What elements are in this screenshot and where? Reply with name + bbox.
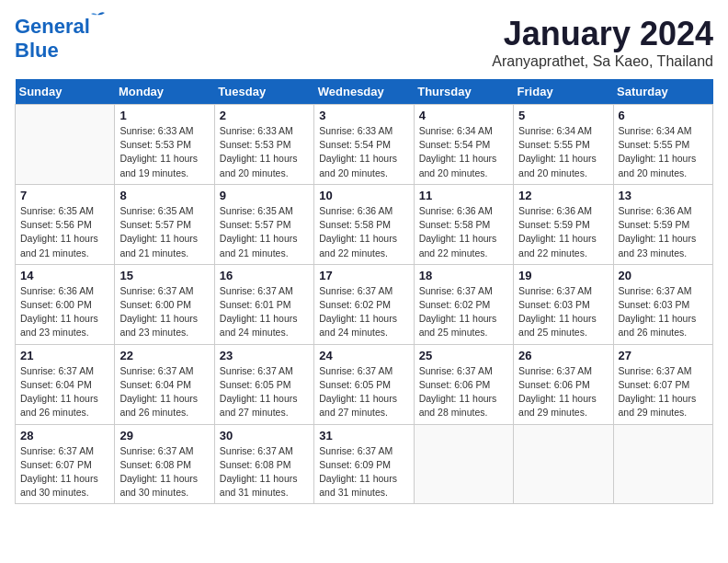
day-number: 4 bbox=[419, 109, 508, 122]
calendar-cell: 23Sunrise: 6:37 AM Sunset: 6:05 PM Dayli… bbox=[214, 344, 313, 424]
day-number: 18 bbox=[419, 269, 508, 282]
day-info: Sunrise: 6:37 AM Sunset: 6:02 PM Dayligh… bbox=[419, 284, 508, 340]
day-number: 23 bbox=[220, 349, 309, 362]
day-info: Sunrise: 6:36 AM Sunset: 5:58 PM Dayligh… bbox=[419, 204, 508, 260]
calendar-cell: 13Sunrise: 6:36 AM Sunset: 5:59 PM Dayli… bbox=[613, 184, 712, 264]
day-number: 26 bbox=[518, 349, 608, 362]
calendar-cell: 26Sunrise: 6:37 AM Sunset: 6:06 PM Dayli… bbox=[514, 344, 613, 424]
day-info: Sunrise: 6:36 AM Sunset: 6:00 PM Dayligh… bbox=[20, 284, 109, 340]
day-number: 13 bbox=[619, 189, 708, 202]
day-number: 21 bbox=[20, 349, 109, 362]
title-area: January 2024 Aranyaprathet, Sa Kaeo, Tha… bbox=[492, 15, 713, 70]
calendar-cell: 30Sunrise: 6:37 AM Sunset: 6:08 PM Dayli… bbox=[214, 424, 313, 504]
day-info: Sunrise: 6:37 AM Sunset: 6:02 PM Dayligh… bbox=[319, 284, 408, 340]
calendar-cell bbox=[16, 105, 115, 185]
calendar-cell bbox=[414, 424, 513, 504]
day-info: Sunrise: 6:37 AM Sunset: 6:00 PM Dayligh… bbox=[119, 284, 209, 340]
calendar-cell: 22Sunrise: 6:37 AM Sunset: 6:04 PM Dayli… bbox=[115, 344, 214, 424]
header-saturday: Saturday bbox=[613, 79, 712, 105]
calendar-cell: 28Sunrise: 6:37 AM Sunset: 6:07 PM Dayli… bbox=[16, 424, 115, 504]
day-number: 5 bbox=[518, 109, 608, 122]
calendar-cell: 21Sunrise: 6:37 AM Sunset: 6:04 PM Dayli… bbox=[16, 344, 115, 424]
day-number: 25 bbox=[419, 349, 508, 362]
calendar-cell: 16Sunrise: 6:37 AM Sunset: 6:01 PM Dayli… bbox=[214, 264, 313, 344]
day-info: Sunrise: 6:37 AM Sunset: 6:05 PM Dayligh… bbox=[220, 364, 309, 420]
calendar-cell: 7Sunrise: 6:35 AM Sunset: 5:56 PM Daylig… bbox=[16, 184, 115, 264]
day-number: 19 bbox=[518, 269, 608, 282]
day-number: 7 bbox=[20, 189, 109, 202]
calendar-week-1: 1Sunrise: 6:33 AM Sunset: 5:53 PM Daylig… bbox=[16, 105, 713, 185]
day-info: Sunrise: 6:34 AM Sunset: 5:55 PM Dayligh… bbox=[518, 124, 608, 180]
day-number: 15 bbox=[119, 269, 209, 282]
calendar-cell: 1Sunrise: 6:33 AM Sunset: 5:53 PM Daylig… bbox=[115, 105, 214, 185]
day-number: 22 bbox=[119, 349, 209, 362]
day-number: 31 bbox=[319, 429, 408, 442]
day-info: Sunrise: 6:36 AM Sunset: 5:59 PM Dayligh… bbox=[619, 204, 708, 260]
calendar-week-4: 21Sunrise: 6:37 AM Sunset: 6:04 PM Dayli… bbox=[16, 344, 713, 424]
day-number: 2 bbox=[220, 109, 309, 122]
calendar-cell: 10Sunrise: 6:36 AM Sunset: 5:58 PM Dayli… bbox=[314, 184, 414, 264]
calendar-cell: 14Sunrise: 6:36 AM Sunset: 6:00 PM Dayli… bbox=[16, 264, 115, 344]
day-number: 16 bbox=[220, 269, 309, 282]
day-info: Sunrise: 6:37 AM Sunset: 6:03 PM Dayligh… bbox=[619, 284, 708, 340]
calendar-cell: 5Sunrise: 6:34 AM Sunset: 5:55 PM Daylig… bbox=[514, 105, 613, 185]
day-info: Sunrise: 6:37 AM Sunset: 6:01 PM Dayligh… bbox=[220, 284, 309, 340]
day-number: 1 bbox=[119, 109, 209, 122]
day-info: Sunrise: 6:37 AM Sunset: 6:06 PM Dayligh… bbox=[419, 364, 508, 420]
calendar-cell bbox=[613, 424, 712, 504]
day-info: Sunrise: 6:37 AM Sunset: 6:06 PM Dayligh… bbox=[518, 364, 608, 420]
day-info: Sunrise: 6:33 AM Sunset: 5:53 PM Dayligh… bbox=[119, 124, 209, 180]
day-info: Sunrise: 6:33 AM Sunset: 5:53 PM Dayligh… bbox=[220, 124, 309, 180]
day-info: Sunrise: 6:37 AM Sunset: 6:03 PM Dayligh… bbox=[518, 284, 608, 340]
day-number: 14 bbox=[20, 269, 109, 282]
header-sunday: Sunday bbox=[16, 79, 115, 105]
calendar-cell: 12Sunrise: 6:36 AM Sunset: 5:59 PM Dayli… bbox=[514, 184, 613, 264]
header-tuesday: Tuesday bbox=[214, 79, 313, 105]
day-number: 20 bbox=[619, 269, 708, 282]
day-info: Sunrise: 6:37 AM Sunset: 6:08 PM Dayligh… bbox=[119, 444, 209, 500]
calendar-header-row: Sunday Monday Tuesday Wednesday Thursday… bbox=[16, 79, 713, 105]
day-number: 24 bbox=[319, 349, 408, 362]
calendar-week-2: 7Sunrise: 6:35 AM Sunset: 5:56 PM Daylig… bbox=[16, 184, 713, 264]
day-info: Sunrise: 6:34 AM Sunset: 5:55 PM Dayligh… bbox=[619, 124, 708, 180]
day-info: Sunrise: 6:37 AM Sunset: 6:04 PM Dayligh… bbox=[20, 364, 109, 420]
calendar-table: Sunday Monday Tuesday Wednesday Thursday… bbox=[15, 79, 713, 504]
day-info: Sunrise: 6:37 AM Sunset: 6:08 PM Dayligh… bbox=[220, 444, 309, 500]
header-monday: Monday bbox=[115, 79, 214, 105]
day-info: Sunrise: 6:37 AM Sunset: 6:07 PM Dayligh… bbox=[20, 444, 109, 500]
day-info: Sunrise: 6:35 AM Sunset: 5:57 PM Dayligh… bbox=[220, 204, 309, 260]
day-info: Sunrise: 6:33 AM Sunset: 5:54 PM Dayligh… bbox=[319, 124, 408, 180]
calendar-cell: 20Sunrise: 6:37 AM Sunset: 6:03 PM Dayli… bbox=[613, 264, 712, 344]
header-wednesday: Wednesday bbox=[314, 79, 414, 105]
calendar-cell: 3Sunrise: 6:33 AM Sunset: 5:54 PM Daylig… bbox=[314, 105, 414, 185]
header-thursday: Thursday bbox=[414, 79, 513, 105]
calendar-cell: 2Sunrise: 6:33 AM Sunset: 5:53 PM Daylig… bbox=[214, 105, 313, 185]
day-info: Sunrise: 6:36 AM Sunset: 5:59 PM Dayligh… bbox=[518, 204, 608, 260]
calendar-cell: 18Sunrise: 6:37 AM Sunset: 6:02 PM Dayli… bbox=[414, 264, 513, 344]
calendar-title: January 2024 bbox=[492, 15, 713, 53]
day-number: 9 bbox=[220, 189, 309, 202]
day-info: Sunrise: 6:37 AM Sunset: 6:04 PM Dayligh… bbox=[119, 364, 209, 420]
header: General Blue January 2024 Aranyaprathet,… bbox=[15, 15, 713, 70]
day-info: Sunrise: 6:35 AM Sunset: 5:56 PM Dayligh… bbox=[20, 204, 109, 260]
calendar-cell: 11Sunrise: 6:36 AM Sunset: 5:58 PM Dayli… bbox=[414, 184, 513, 264]
day-info: Sunrise: 6:35 AM Sunset: 5:57 PM Dayligh… bbox=[119, 204, 209, 260]
calendar-cell: 24Sunrise: 6:37 AM Sunset: 6:05 PM Dayli… bbox=[314, 344, 414, 424]
day-number: 17 bbox=[319, 269, 408, 282]
calendar-cell: 9Sunrise: 6:35 AM Sunset: 5:57 PM Daylig… bbox=[214, 184, 313, 264]
calendar-week-5: 28Sunrise: 6:37 AM Sunset: 6:07 PM Dayli… bbox=[16, 424, 713, 504]
calendar-cell: 27Sunrise: 6:37 AM Sunset: 6:07 PM Dayli… bbox=[613, 344, 712, 424]
calendar-subtitle: Aranyaprathet, Sa Kaeo, Thailand bbox=[492, 53, 713, 70]
day-number: 12 bbox=[518, 189, 608, 202]
day-info: Sunrise: 6:37 AM Sunset: 6:05 PM Dayligh… bbox=[319, 364, 408, 420]
day-number: 27 bbox=[619, 349, 708, 362]
day-number: 28 bbox=[20, 429, 109, 442]
day-info: Sunrise: 6:34 AM Sunset: 5:54 PM Dayligh… bbox=[419, 124, 508, 180]
day-number: 3 bbox=[319, 109, 408, 122]
day-info: Sunrise: 6:37 AM Sunset: 6:07 PM Dayligh… bbox=[619, 364, 708, 420]
calendar-cell: 31Sunrise: 6:37 AM Sunset: 6:09 PM Dayli… bbox=[314, 424, 414, 504]
calendar-cell: 6Sunrise: 6:34 AM Sunset: 5:55 PM Daylig… bbox=[613, 105, 712, 185]
calendar-cell: 17Sunrise: 6:37 AM Sunset: 6:02 PM Dayli… bbox=[314, 264, 414, 344]
day-number: 11 bbox=[419, 189, 508, 202]
header-friday: Friday bbox=[514, 79, 613, 105]
